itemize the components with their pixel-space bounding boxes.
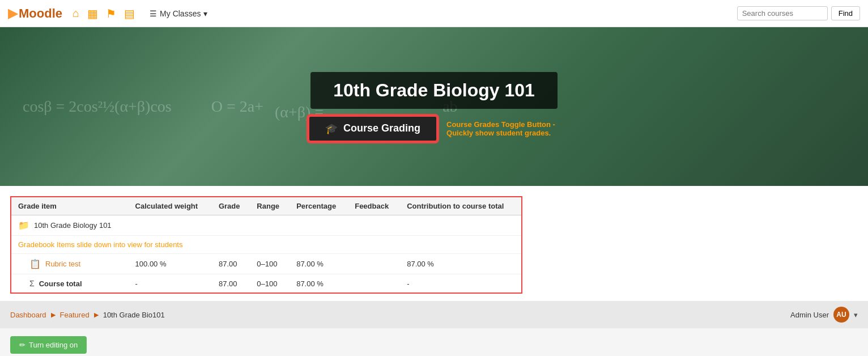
- col-calculated-weight: Calculated weight: [129, 197, 212, 215]
- grade-item-cell: 📁 10th Grade Biology 101: [11, 215, 129, 236]
- col-percentage: Percentage: [290, 197, 348, 215]
- grades-table-wrapper: Grade item Calculated weight Grade Range…: [10, 196, 522, 294]
- grades-table: Grade item Calculated weight Grade Range…: [11, 197, 521, 293]
- edit-icon: ✏: [19, 341, 25, 349]
- table-row: 📋 Rubric test 100.00 % 87.00 0–100 87.00…: [11, 254, 521, 274]
- calculated-weight: 100.00 %: [129, 254, 212, 274]
- col-grade: Grade: [212, 197, 250, 215]
- bookmark-icon[interactable]: ⚑: [106, 7, 116, 20]
- sigma-icon: Σ: [29, 279, 35, 288]
- percentage: [290, 215, 348, 236]
- feedback: [348, 215, 400, 236]
- graduation-icon: 🎓: [325, 122, 338, 135]
- breadcrumb-sep-1: ▶: [51, 311, 56, 319]
- calculated-weight: [129, 215, 212, 236]
- calendar-icon[interactable]: ▦: [87, 7, 98, 20]
- logo-arrow-icon: ▶: [8, 6, 18, 21]
- rubric-test-link[interactable]: Rubric test: [45, 260, 80, 268]
- range: 0–100: [250, 254, 290, 274]
- breadcrumb-sep-2: ▶: [94, 311, 99, 319]
- col-range: Range: [250, 197, 290, 215]
- search-input[interactable]: [737, 6, 828, 20]
- folder-icon: 📁: [18, 220, 29, 231]
- course-grading-wrapper: 🎓 Course Grading Course Grades Toggle Bu…: [308, 116, 560, 142]
- home-icon[interactable]: ⌂: [73, 7, 79, 20]
- range: [250, 215, 290, 236]
- grade-item-cell: Σ Course total: [11, 274, 129, 293]
- logo[interactable]: ▶ Moodle: [8, 6, 62, 21]
- course-grading-button[interactable]: 🎓 Course Grading: [308, 116, 437, 142]
- nav-icons: ⌂ ▦ ⚑ ▤: [73, 7, 135, 20]
- find-button[interactable]: Find: [831, 6, 860, 20]
- breadcrumb-dashboard[interactable]: Dashboard: [10, 311, 46, 319]
- grade-item-name: 10th Grade Biology 101: [34, 221, 112, 230]
- footer-bar: ✏ Turn editing on: [0, 328, 868, 356]
- grade: 87.00: [212, 254, 250, 274]
- user-name: Admin User: [790, 311, 829, 319]
- contribution: 87.00 %: [400, 254, 521, 274]
- breadcrumb-featured[interactable]: Featured: [60, 311, 90, 319]
- percentage: 87.00 %: [290, 274, 348, 293]
- search-area: Find: [737, 6, 860, 20]
- chevron-down-icon: ▾: [203, 9, 207, 18]
- my-classes-label: My Classes: [160, 9, 201, 18]
- contribution: [400, 215, 521, 236]
- rubric-icon: 📋: [29, 258, 41, 269]
- main-header: ▶ Moodle ⌂ ▦ ⚑ ▤ ☰ My Classes ▾ Find: [0, 0, 868, 27]
- feedback: [348, 254, 400, 274]
- breadcrumb-current: 10th Grade Bio101: [103, 311, 165, 319]
- percentage: 87.00 %: [290, 254, 348, 274]
- toggle-hint: Course Grades Toggle Button - Quickly sh…: [446, 120, 560, 137]
- feedback: [348, 274, 400, 293]
- course-title: 10th Grade Biology 101: [310, 72, 558, 109]
- grades-section: Grade item Calculated weight Grade Range…: [0, 186, 868, 301]
- grade: [212, 215, 250, 236]
- contribution: -: [400, 274, 521, 293]
- breadcrumb-bar: Dashboard ▶ Featured ▶ 10th Grade Bio101…: [0, 301, 868, 328]
- grade-item-cell: 📋 Rubric test: [11, 254, 129, 274]
- col-contribution: Contribution to course total: [400, 197, 521, 215]
- logo-text: Moodle: [19, 6, 62, 21]
- user-menu[interactable]: Admin User AU ▾: [790, 307, 858, 323]
- grade: 87.00: [212, 274, 250, 293]
- my-classes-button[interactable]: ☰ My Classes ▾: [145, 7, 212, 20]
- menu-icon: ☰: [150, 9, 157, 18]
- table-row: Σ Course total - 87.00 0–100 87.00 % -: [11, 274, 521, 293]
- hero-content: 10th Grade Biology 101 🎓 Course Grading …: [308, 72, 560, 142]
- calculated-weight: -: [129, 274, 212, 293]
- course-grading-label: Course Grading: [343, 122, 420, 134]
- gradebook-info-text: Gradebook Items slide down into view for…: [18, 238, 182, 251]
- user-dropdown-icon[interactable]: ▾: [854, 311, 858, 319]
- gradebook-info-row: Gradebook Items slide down into view for…: [11, 236, 521, 254]
- book-icon[interactable]: ▤: [124, 7, 135, 20]
- col-grade-item: Grade item: [11, 197, 129, 215]
- col-feedback: Feedback: [348, 197, 400, 215]
- table-row: 📁 10th Grade Biology 101: [11, 215, 521, 236]
- turn-editing-button[interactable]: ✏ Turn editing on: [10, 336, 87, 354]
- hero-section: cosβ = 2cos²½(α+β)cos O = 2a+ (α+β) = ab…: [0, 27, 868, 186]
- avatar: AU: [833, 307, 849, 323]
- turn-editing-label: Turn editing on: [29, 341, 78, 349]
- course-total-label: Course total: [39, 279, 82, 288]
- range: 0–100: [250, 274, 290, 293]
